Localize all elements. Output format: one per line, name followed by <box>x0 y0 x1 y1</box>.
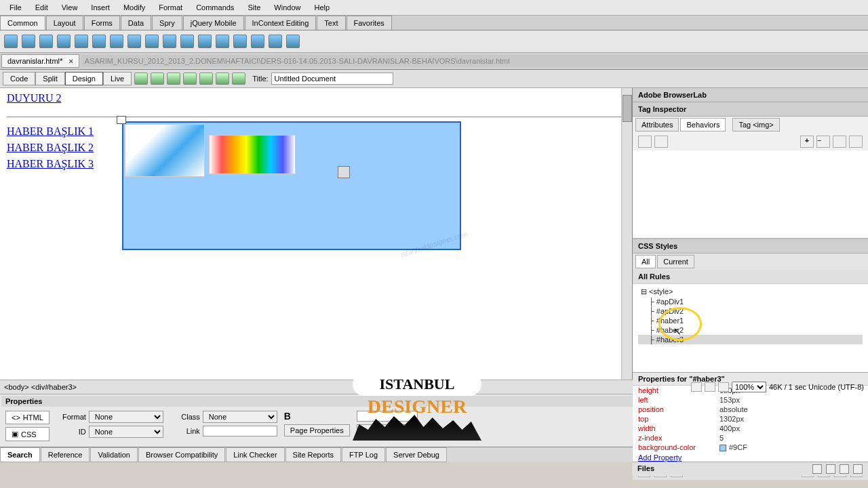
list-view-icon[interactable] <box>654 136 668 148</box>
view-design-button[interactable]: Design <box>65 72 103 85</box>
css-property-row[interactable]: z-index5 <box>633 433 868 443</box>
css-property-row[interactable]: background-color#9CF <box>633 443 868 452</box>
menu-site[interactable]: Site <box>241 1 267 14</box>
insert-icon[interactable] <box>4 35 18 48</box>
insert-tab[interactable]: Common <box>0 16 45 30</box>
insert-icon[interactable] <box>110 35 123 48</box>
page-properties-button[interactable]: Page Properties <box>284 424 350 436</box>
target-select[interactable] <box>357 424 418 436</box>
css-rule[interactable]: ├ #haber2 <box>638 325 863 335</box>
css-rules-tree[interactable]: ⊟ <style>├ #apDiv1├ #apDiv2├ #haber1├ #h… <box>633 284 868 372</box>
insert-tab[interactable]: Forms <box>84 16 120 30</box>
insert-icon[interactable] <box>127 35 141 48</box>
menu-window[interactable]: Window <box>267 1 307 14</box>
class-select[interactable]: None <box>203 411 277 423</box>
css-tab[interactable]: Current <box>657 255 694 268</box>
up-arrow-icon[interactable] <box>833 136 846 148</box>
document-tab[interactable]: davranislar.html* × <box>1 54 79 68</box>
refresh-icon[interactable] <box>232 73 245 85</box>
css-rule[interactable]: ├ #haber1 <box>638 316 863 325</box>
css-styles-title[interactable]: CSS Styles <box>633 239 868 253</box>
css-rule[interactable]: ├ #apDiv2 <box>638 306 863 316</box>
insert-tab[interactable]: InContext Editing <box>245 16 317 30</box>
css-property-row[interactable]: positionabsolute <box>633 405 868 414</box>
menu-format[interactable]: Format <box>152 1 189 14</box>
toolbar-icon[interactable] <box>151 73 164 85</box>
add-behavior-icon[interactable]: + <box>800 136 814 148</box>
results-tab[interactable]: Search <box>0 447 40 462</box>
content-link[interactable]: HABER BAŞLIK 2 <box>7 142 115 154</box>
files-icon[interactable] <box>840 464 849 474</box>
vertical-scrollbar[interactable] <box>621 88 632 380</box>
view-code-button[interactable]: Code <box>3 72 35 85</box>
insert-tab[interactable]: Data <box>121 16 151 30</box>
content-link-duyuru[interactable]: DUYURU 2 <box>7 92 625 104</box>
zoom-select[interactable]: 100% <box>732 382 766 392</box>
menu-commands[interactable]: Commands <box>189 1 241 14</box>
menu-modify[interactable]: Modify <box>117 1 152 14</box>
select-tool-icon[interactable] <box>691 382 702 392</box>
results-tab[interactable]: Reference <box>41 447 90 462</box>
results-tab[interactable]: FTP Log <box>342 447 385 462</box>
results-tab[interactable]: Link Checker <box>226 447 284 462</box>
insert-icon[interactable] <box>75 35 88 48</box>
files-icon[interactable] <box>853 464 863 474</box>
scrollbar-thumb[interactable] <box>623 95 632 122</box>
insert-tab[interactable]: Text <box>317 16 345 30</box>
insert-icon[interactable] <box>145 35 159 48</box>
insert-icon[interactable] <box>180 35 194 48</box>
menu-view[interactable]: View <box>55 1 85 14</box>
element-handle-icon[interactable] <box>117 116 126 124</box>
html-mode-tab[interactable]: <> HTML <box>5 411 50 424</box>
css-mode-tab[interactable]: ▣ CSS <box>5 427 50 441</box>
content-link[interactable]: HABER BAŞLIK 1 <box>7 125 115 138</box>
css-property-row[interactable]: left153px <box>633 395 868 405</box>
css-property-row[interactable]: width400px <box>633 424 868 433</box>
tag-selector[interactable]: <body> <div#haber3> <box>4 383 691 391</box>
content-link[interactable]: HABER BAŞLIK 3 <box>7 158 115 170</box>
ti-tab[interactable]: Behaviors <box>680 118 726 131</box>
image-globe[interactable] <box>125 124 205 177</box>
id-select[interactable]: None <box>89 426 163 438</box>
design-canvas[interactable]: DUYURU 2 HABER BAŞLIK 1HABER BAŞLIK 2HAB… <box>0 88 632 380</box>
files-icon[interactable] <box>826 464 835 474</box>
remove-behavior-icon[interactable]: − <box>816 136 830 148</box>
results-tab[interactable]: Site Reports <box>285 447 342 462</box>
css-rule[interactable]: ├ #haber3 <box>638 335 863 344</box>
zoom-tool-icon[interactable] <box>718 382 729 392</box>
insert-icon[interactable] <box>251 35 264 48</box>
insert-icon[interactable] <box>269 35 282 48</box>
title-input[interactable] <box>271 73 393 85</box>
css-property-row[interactable]: top1302px <box>633 414 868 424</box>
insert-icon[interactable] <box>39 35 53 48</box>
link-input[interactable] <box>203 426 277 436</box>
insert-icon[interactable] <box>233 35 247 48</box>
insert-tab[interactable]: Spry <box>152 16 182 30</box>
insert-icon[interactable] <box>216 35 229 48</box>
insert-icon[interactable] <box>22 35 35 48</box>
toolbar-icon[interactable] <box>183 73 197 85</box>
broken-image-icon[interactable] <box>338 166 350 178</box>
insert-icon[interactable] <box>286 35 300 48</box>
apdiv-haber3[interactable] <box>122 121 461 250</box>
css-rule[interactable]: ├ #apDiv1 <box>638 297 863 306</box>
view-split-button[interactable]: Split <box>35 72 64 85</box>
toolbar-icon[interactable] <box>167 73 180 85</box>
close-icon[interactable]: × <box>68 57 73 65</box>
menu-file[interactable]: File <box>3 1 28 14</box>
menu-insert[interactable]: Insert <box>84 1 117 14</box>
down-arrow-icon[interactable] <box>849 136 863 148</box>
list-view-icon[interactable] <box>638 136 652 148</box>
tag-inspector-title[interactable]: Tag Inspector <box>633 102 868 117</box>
toolbar-icon[interactable] <box>216 73 229 85</box>
view-live-button[interactable]: Live <box>103 72 132 85</box>
format-select[interactable]: None <box>89 411 163 423</box>
menu-edit[interactable]: Edit <box>28 1 55 14</box>
hand-tool-icon[interactable] <box>705 382 715 392</box>
insert-icon[interactable] <box>92 35 106 48</box>
insert-tab[interactable]: Layout <box>46 16 83 30</box>
extra-input[interactable] <box>357 411 418 422</box>
insert-icon[interactable] <box>163 35 176 48</box>
css-tab[interactable]: All <box>635 255 656 268</box>
toolbar-icon[interactable] <box>134 73 148 85</box>
